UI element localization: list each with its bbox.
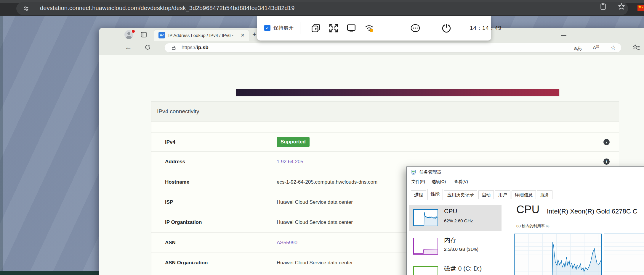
power-icon[interactable] bbox=[441, 23, 451, 33]
notification-dot bbox=[131, 29, 135, 33]
site-settings-icon[interactable] bbox=[23, 5, 29, 12]
perf-item-disk[interactable]: 磁盘 0 (C: D:)HDD bbox=[409, 262, 502, 275]
tab-性能[interactable]: 性能 bbox=[427, 189, 443, 200]
add-window-icon[interactable] bbox=[311, 23, 321, 33]
collections-icon[interactable] bbox=[632, 44, 640, 51]
wifi-status-icon[interactable] bbox=[364, 23, 374, 33]
perf-thumbnail bbox=[413, 266, 438, 275]
perf-item-detail: 62% 2.60 GHz bbox=[444, 218, 473, 223]
tab-title: IP Address Lookup / IPv4 / IPv6 - bbox=[168, 33, 239, 38]
address-pill[interactable]: devstation.connect.huaweicloud.com/devde… bbox=[16, 2, 628, 15]
browser-toolbar: ← https://ip.sb aあ A))) ☆ bbox=[99, 41, 644, 55]
cpu-utilization-graph-2 bbox=[604, 234, 644, 275]
utilization-axis-label: 60 秒内的利用率 % bbox=[516, 224, 549, 229]
info-icon[interactable]: i bbox=[603, 158, 610, 165]
row-value-link[interactable]: AS55990 bbox=[277, 240, 297, 246]
lock-icon[interactable] bbox=[171, 45, 177, 51]
translate-icon[interactable]: aあ bbox=[574, 45, 582, 52]
session-clock: 14 : 14 : 49 bbox=[470, 25, 502, 31]
table-row-ipv4: IPv4Supportedi bbox=[151, 133, 619, 152]
perf-item-cpu[interactable]: CPU62% 2.60 GHz bbox=[409, 205, 502, 231]
row-value: Huawei Cloud Service data center bbox=[277, 219, 353, 225]
tab-进程[interactable]: 进程 bbox=[411, 190, 426, 199]
outer-url-text[interactable]: devstation.connect.huaweicloud.com/devde… bbox=[40, 5, 295, 12]
tab-close-icon[interactable]: ✕ bbox=[241, 32, 245, 38]
perf-item-name: CPU bbox=[444, 208, 457, 215]
china-flag-icon[interactable]: ★ ★ ★ bbox=[637, 5, 644, 11]
task-manager-window: 任务管理器 文件(F)选项(O)查看(V) 进程性能应用历史记录启动用户详细信息… bbox=[406, 166, 644, 275]
menu-2[interactable]: 查看(V) bbox=[454, 179, 468, 185]
card-header: IPv4 connectivity bbox=[151, 102, 619, 122]
info-icon[interactable]: i bbox=[603, 139, 610, 145]
tab-启动[interactable]: 启动 bbox=[478, 190, 494, 199]
row-value: Huawei Cloud Service data center bbox=[277, 199, 353, 205]
clipboard-icon[interactable] bbox=[599, 3, 607, 10]
row-label: ASN bbox=[165, 240, 176, 246]
row-label: IP Organization bbox=[165, 219, 202, 225]
card-title: IPv4 connectivity bbox=[157, 108, 199, 115]
row-value-link[interactable]: 1.92.64.205 bbox=[277, 159, 303, 165]
row-label: ASN Organization bbox=[165, 260, 208, 266]
read-aloud-icon[interactable]: A))) bbox=[593, 45, 599, 51]
workspaces-icon[interactable] bbox=[140, 31, 148, 38]
bookmark-star-icon[interactable] bbox=[618, 3, 625, 10]
tab-应用历史记录[interactable]: 应用历史记录 bbox=[444, 190, 477, 199]
divider bbox=[431, 22, 431, 34]
keep-open-label: 保持展开 bbox=[273, 25, 294, 31]
tab-favicon: IP bbox=[158, 32, 165, 38]
keep-open-checkbox[interactable]: ✓ bbox=[264, 25, 270, 31]
perf-thumbnail bbox=[413, 238, 438, 255]
taskmgr-menubar: 文件(F)选项(O)查看(V) bbox=[407, 177, 644, 187]
perf-item-detail: 2.5/8.0 GB (31%) bbox=[444, 247, 478, 252]
row-value: ecs-1-92-64-205.compute.hwclouds-dns.com bbox=[277, 179, 377, 185]
taskmgr-performance-panel: CPU Intel(R) Xeon(R) Gold 6278C C 60 秒内的… bbox=[512, 201, 644, 275]
row-value: Huawei Cloud Service data center bbox=[277, 260, 353, 266]
back-button[interactable]: ← bbox=[125, 43, 132, 51]
perf-item-memory[interactable]: 内存2.5/8.0 GB (31%) bbox=[409, 234, 502, 260]
taskmgr-titlebar[interactable]: 任务管理器 bbox=[407, 167, 644, 177]
url-field[interactable]: https://ip.sb aあ A))) ☆ bbox=[164, 43, 621, 53]
cpu-model-name: Intel(R) Xeon(R) Gold 6278C C bbox=[547, 208, 637, 215]
tab-用户[interactable]: 用户 bbox=[495, 190, 510, 199]
devstation-overlay-toolbar: ✓ 保持展开 14 : 14 : 49 bbox=[257, 15, 491, 41]
add-favorite-icon[interactable]: ☆ bbox=[611, 44, 616, 51]
desktop-edge-shade bbox=[0, 16, 3, 275]
divider bbox=[300, 22, 300, 34]
row-label: Address bbox=[165, 159, 185, 165]
tab-服务[interactable]: 服务 bbox=[537, 190, 552, 199]
row-label: IPv4 bbox=[165, 139, 175, 145]
status-badge: Supported bbox=[277, 137, 310, 147]
cpu-utilization-graph-1 bbox=[514, 234, 602, 275]
tab-详细信息[interactable]: 详细信息 bbox=[512, 190, 536, 199]
panel-title: CPU bbox=[516, 203, 539, 216]
taskmgr-title: 任务管理器 bbox=[419, 169, 441, 175]
row-label: Hostname bbox=[165, 179, 189, 185]
url-scheme: https:// bbox=[182, 45, 197, 50]
taskmgr-tabbar: 进程性能应用历史记录启动用户详细信息服务 bbox=[410, 187, 644, 201]
fullscreen-expand-icon[interactable] bbox=[329, 23, 339, 33]
url-host: ip.sb bbox=[197, 45, 209, 50]
perf-thumbnail bbox=[413, 209, 438, 226]
window-minimize-button[interactable] bbox=[561, 35, 566, 36]
display-monitor-icon[interactable] bbox=[346, 23, 356, 33]
more-options-icon[interactable] bbox=[410, 23, 420, 33]
row-label: ISP bbox=[165, 199, 173, 205]
taskmgr-sidebar: CPU62% 2.60 GHz内存2.5/8.0 GB (31%)磁盘 0 (C… bbox=[407, 201, 504, 275]
page-banner-gradient bbox=[236, 89, 559, 96]
active-tab[interactable]: IP IP Address Lookup / IPv4 / IPv6 - ✕ bbox=[154, 30, 249, 41]
outer-address-bar: devstation.connect.huaweicloud.com/devde… bbox=[0, 0, 644, 16]
reload-button[interactable] bbox=[144, 44, 151, 51]
new-tab-button[interactable]: + bbox=[252, 30, 256, 38]
divider bbox=[462, 22, 462, 34]
menu-1[interactable]: 选项(O) bbox=[432, 179, 446, 185]
menu-0[interactable]: 文件(F) bbox=[411, 179, 425, 185]
taskmgr-app-icon bbox=[411, 169, 417, 175]
perf-item-name: 内存 bbox=[444, 236, 456, 244]
perf-item-name: 磁盘 0 (C: D:) bbox=[444, 264, 482, 273]
